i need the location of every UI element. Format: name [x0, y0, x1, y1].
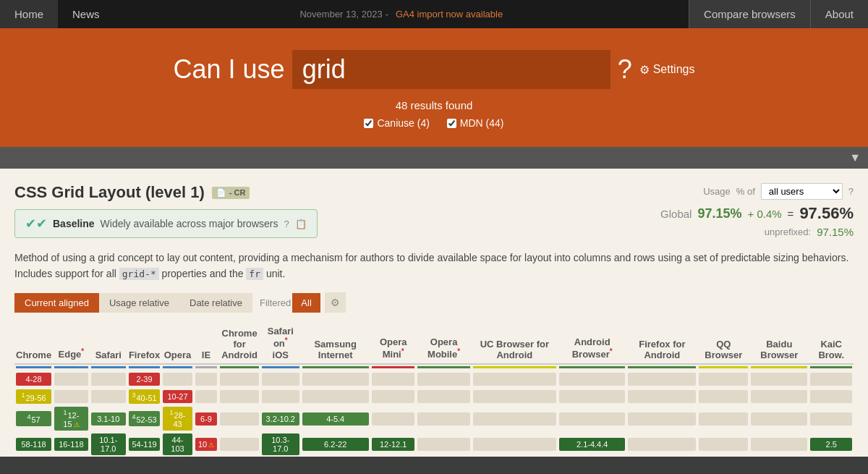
baseline-label: Baseline: [53, 218, 95, 229]
cell-r3-c5[interactable]: 10⚠: [194, 432, 218, 457]
cell-r2-c8[interactable]: 4-5.4: [301, 405, 370, 432]
cell-r0-c16[interactable]: [809, 371, 854, 388]
cell-r1-c16[interactable]: [809, 388, 854, 406]
cell-r3-c8[interactable]: 6.2-22: [301, 432, 370, 457]
cell-r3-c13[interactable]: [626, 432, 697, 457]
cell-r2-c7[interactable]: 3.2-10.2: [260, 405, 301, 432]
nav-bar: Home News November 13, 2023 - GA4 import…: [0, 0, 868, 28]
tab-usage-relative[interactable]: Usage relative: [99, 293, 179, 313]
filter-icon[interactable]: ▼: [849, 151, 861, 164]
cell-r1-c10[interactable]: [416, 388, 471, 406]
nav-news-link[interactable]: GA4 import now available: [396, 9, 503, 20]
browser-table: Chrome Edge* Safari Firefox Opera IE Chr…: [14, 323, 854, 457]
settings-button[interactable]: ⚙ Settings: [639, 63, 695, 77]
cell-r0-c6[interactable]: [218, 371, 260, 388]
cell-r3-c11[interactable]: [472, 432, 558, 457]
mdn-checkbox[interactable]: [447, 119, 456, 128]
cell-r1-c1[interactable]: [53, 388, 90, 406]
cell-r0-c2[interactable]: [90, 371, 127, 388]
cell-r2-c4[interactable]: 128-43: [161, 405, 194, 432]
cell-r1-c2[interactable]: [90, 388, 127, 406]
cell-r2-c11[interactable]: [472, 405, 558, 432]
nav-home[interactable]: Home: [0, 0, 58, 28]
caniuse-filter[interactable]: Caniuse (4): [364, 117, 429, 129]
cell-r0-c1[interactable]: [53, 371, 90, 388]
cell-r1-c4[interactable]: 10-27: [161, 388, 194, 406]
cell-r0-c3[interactable]: 2-39: [127, 371, 161, 388]
cell-r1-c6[interactable]: [218, 388, 260, 406]
cell-r1-c15[interactable]: [749, 388, 809, 406]
cell-r3-c12[interactable]: 2.1-4.4.4: [558, 432, 626, 457]
cell-r3-c14[interactable]: [697, 432, 749, 457]
baseline-doc-icon[interactable]: 📋: [295, 219, 307, 229]
cell-r0-c5[interactable]: [194, 371, 218, 388]
cell-r3-c10[interactable]: [416, 432, 471, 457]
caniuse-checkbox[interactable]: [364, 119, 373, 128]
tab-gear-button[interactable]: ⚙: [325, 292, 346, 313]
cell-r0-c14[interactable]: [697, 371, 749, 388]
cell-r2-c10[interactable]: [416, 405, 471, 432]
cell-r0-c13[interactable]: [626, 371, 697, 388]
mdn-filter[interactable]: MDN (44): [447, 117, 504, 129]
cell-r3-c1[interactable]: 16-118: [53, 432, 90, 457]
tab-date-relative[interactable]: Date relative: [179, 293, 252, 313]
cell-r2-c12[interactable]: [558, 405, 626, 432]
cell-r1-c11[interactable]: [472, 388, 558, 406]
cell-r2-c1[interactable]: 112-15⚠: [53, 405, 90, 432]
cell-r0-c12[interactable]: [558, 371, 626, 388]
tab-all-button[interactable]: All: [292, 293, 320, 313]
tabs-row: Current aligned Usage relative Date rela…: [14, 292, 854, 313]
cell-r2-c15[interactable]: [749, 405, 809, 432]
cell-r0-c9[interactable]: [370, 371, 417, 388]
th-opera: Opera: [161, 323, 194, 363]
feature-badge: 📄 - CR: [212, 187, 250, 199]
cell-r0-c8[interactable]: [301, 371, 370, 388]
cell-r3-c16[interactable]: 2.5: [809, 432, 854, 457]
cell-r2-c9[interactable]: [370, 405, 417, 432]
compare-browsers-button[interactable]: Compare browsers: [689, 0, 810, 28]
cell-r1-c12[interactable]: [558, 388, 626, 406]
cell-r3-c9[interactable]: 12-12.1: [370, 432, 417, 457]
cell-r0-c11[interactable]: [472, 371, 558, 388]
cell-r1-c7[interactable]: [260, 388, 301, 406]
cell-r2-c2[interactable]: 3.1-10: [90, 405, 127, 432]
cell-r2-c5[interactable]: 6-9: [194, 405, 218, 432]
cell-r3-c15[interactable]: [749, 432, 809, 457]
cell-r0-c7[interactable]: [260, 371, 301, 388]
cell-r2-c16[interactable]: [809, 405, 854, 432]
cell-r3-c6[interactable]: [218, 432, 260, 457]
cell-r3-c7[interactable]: 10.3-17.0: [260, 432, 301, 457]
cell-r2-c14[interactable]: [697, 405, 749, 432]
global-plus: + 0.4%: [747, 208, 781, 220]
tab-current-aligned[interactable]: Current aligned: [14, 293, 99, 313]
usage-select[interactable]: all users tracked users: [761, 183, 843, 200]
cell-r0-c0[interactable]: 4-28: [14, 371, 53, 388]
baseline-help-icon[interactable]: ?: [284, 219, 289, 229]
cell-r3-c3[interactable]: 54-119: [127, 432, 161, 457]
nav-news[interactable]: News: [58, 0, 114, 28]
cell-r1-c0[interactable]: 129-56: [14, 388, 53, 406]
about-button[interactable]: About: [810, 0, 868, 28]
usage-help-icon[interactable]: ?: [848, 186, 854, 197]
cell-r3-c2[interactable]: 10.1-17.0: [90, 432, 127, 457]
cell-r2-c3[interactable]: 452-53: [127, 405, 161, 432]
cell-r1-c13[interactable]: [626, 388, 697, 406]
cell-r2-c6[interactable]: [218, 405, 260, 432]
th-ie: IE: [194, 323, 218, 363]
cell-r0-c15[interactable]: [749, 371, 809, 388]
cell-r1-c14[interactable]: [697, 388, 749, 406]
search-input[interactable]: [292, 50, 610, 89]
mdn-label: MDN (44): [460, 117, 504, 129]
cell-r0-c4[interactable]: [161, 371, 194, 388]
cell-r1-c8[interactable]: [301, 388, 370, 406]
cell-r0-c10[interactable]: [416, 371, 471, 388]
cell-r3-c0[interactable]: 58-118: [14, 432, 53, 457]
cell-r3-c4[interactable]: 44-103: [161, 432, 194, 457]
feature-title: CSS Grid Layout (level 1) 📄 - CR: [14, 183, 318, 202]
cell-r1-c5[interactable]: [194, 388, 218, 406]
cell-r2-c13[interactable]: [626, 405, 697, 432]
cell-r2-c0[interactable]: 457: [14, 405, 53, 432]
cell-r1-c9[interactable]: [370, 388, 417, 406]
cell-r1-c3[interactable]: 340-51: [127, 388, 161, 406]
th-firefox: Firefox: [127, 323, 161, 363]
